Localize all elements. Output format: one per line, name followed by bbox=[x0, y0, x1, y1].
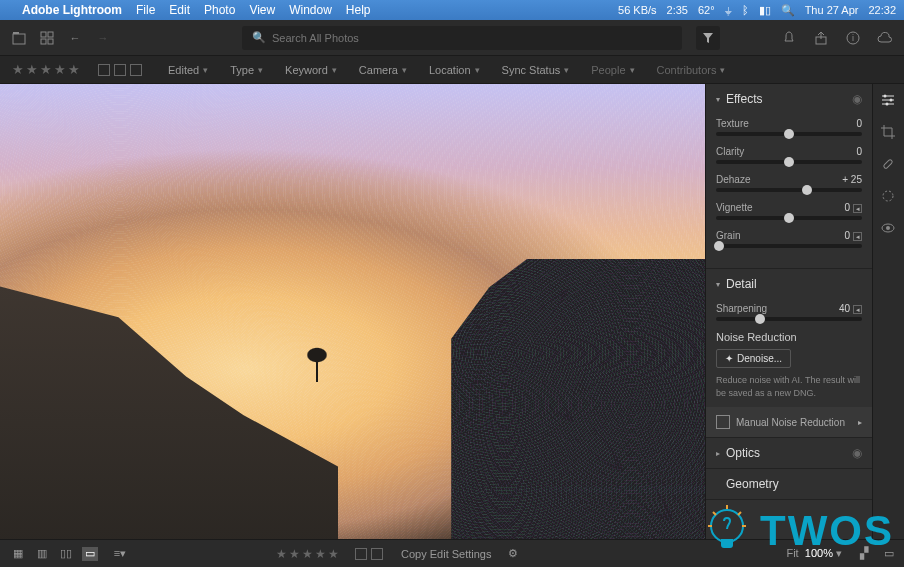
flag-reject-icon[interactable] bbox=[130, 64, 142, 76]
section-header-effects[interactable]: ▾ Effects ◉ bbox=[706, 84, 872, 114]
noise-icon bbox=[716, 415, 730, 429]
view-detail-icon[interactable]: ▯▯ bbox=[58, 547, 74, 561]
slider-track[interactable] bbox=[716, 317, 862, 321]
flag-pick-icon[interactable] bbox=[355, 548, 367, 560]
back-icon[interactable]: ← bbox=[66, 29, 84, 47]
app-name[interactable]: Adobe Lightroom bbox=[22, 3, 122, 17]
slider-value: 0 bbox=[844, 230, 850, 241]
menu-window[interactable]: Window bbox=[289, 3, 332, 17]
filter-contributors[interactable]: Contributors▾ bbox=[649, 64, 734, 76]
slider-thumb[interactable] bbox=[784, 129, 794, 139]
slider-label: Sharpening bbox=[716, 303, 767, 314]
star-icon[interactable]: ★ bbox=[26, 62, 38, 77]
menu-view[interactable]: View bbox=[249, 3, 275, 17]
status-date: Thu 27 Apr bbox=[805, 4, 859, 16]
section-header-optics[interactable]: ▸ Optics ◉ bbox=[706, 438, 872, 468]
copy-edit-settings-button[interactable]: Copy Edit Settings bbox=[401, 548, 492, 560]
info-icon[interactable]: i bbox=[844, 29, 862, 47]
manual-noise-reduction[interactable]: Manual Noise Reduction ▸ bbox=[706, 407, 872, 437]
spotlight-icon[interactable]: 🔍 bbox=[781, 4, 795, 17]
masking-tool-icon[interactable] bbox=[880, 188, 898, 206]
flag-filter[interactable] bbox=[98, 64, 142, 76]
gear-icon[interactable]: ⚙ bbox=[508, 547, 518, 560]
cloud-icon[interactable] bbox=[876, 29, 894, 47]
redeye-tool-icon[interactable] bbox=[880, 220, 898, 238]
crop-tool-icon[interactable] bbox=[880, 124, 898, 142]
star-icon[interactable]: ★ bbox=[12, 62, 24, 77]
reset-icon[interactable]: ◂ bbox=[853, 204, 862, 213]
photo-terrain bbox=[0, 286, 338, 544]
section-header-geometry[interactable]: ▸ Geometry bbox=[706, 469, 872, 499]
rating-filter[interactable]: ★★★★★ bbox=[12, 62, 80, 77]
search-input[interactable] bbox=[272, 32, 672, 44]
share-icon[interactable] bbox=[812, 29, 830, 47]
flag-pick-icon[interactable] bbox=[98, 64, 110, 76]
star-icon[interactable]: ★ bbox=[328, 547, 339, 561]
slider-track[interactable] bbox=[716, 188, 862, 192]
section-header-detail[interactable]: ▾ Detail bbox=[706, 269, 872, 299]
flag-buttons[interactable] bbox=[355, 548, 383, 560]
forward-icon[interactable]: → bbox=[94, 29, 112, 47]
filter-funnel-icon[interactable] bbox=[696, 26, 720, 50]
wifi-icon[interactable]: ⏚ bbox=[725, 4, 732, 16]
slider-thumb[interactable] bbox=[802, 185, 812, 195]
slider-track[interactable] bbox=[716, 132, 862, 136]
view-grid-icon[interactable]: ▦ bbox=[10, 547, 26, 561]
filter-sync[interactable]: Sync Status▾ bbox=[494, 64, 578, 76]
slider-track[interactable] bbox=[716, 160, 862, 164]
triangle-right-icon: ▸ bbox=[858, 418, 862, 427]
filter-type[interactable]: Type▾ bbox=[222, 64, 271, 76]
slider-value: + 25 bbox=[842, 174, 862, 185]
filter-people[interactable]: People▾ bbox=[583, 64, 642, 76]
filter-camera[interactable]: Camera▾ bbox=[351, 64, 415, 76]
slider-thumb[interactable] bbox=[784, 157, 794, 167]
bluetooth-icon[interactable]: ᛒ bbox=[742, 4, 749, 16]
filter-edited[interactable]: Edited▾ bbox=[160, 64, 216, 76]
filter-keyword[interactable]: Keyword▾ bbox=[277, 64, 345, 76]
bell-icon[interactable] bbox=[780, 29, 798, 47]
star-icon[interactable]: ★ bbox=[302, 547, 313, 561]
star-icon[interactable]: ★ bbox=[40, 62, 52, 77]
menu-edit[interactable]: Edit bbox=[169, 3, 190, 17]
reset-icon[interactable]: ◂ bbox=[853, 305, 862, 314]
eye-icon[interactable]: ◉ bbox=[852, 92, 862, 106]
slider-track[interactable] bbox=[716, 216, 862, 220]
triangle-down-icon: ▾ bbox=[716, 280, 720, 289]
reset-icon[interactable]: ◂ bbox=[853, 232, 862, 241]
slider-thumb[interactable] bbox=[784, 213, 794, 223]
watermark: TWOS bbox=[702, 501, 894, 561]
star-icon[interactable]: ★ bbox=[54, 62, 66, 77]
menu-file[interactable]: File bbox=[136, 3, 155, 17]
home-icon[interactable] bbox=[10, 29, 28, 47]
star-icon[interactable]: ★ bbox=[289, 547, 300, 561]
slider-track[interactable] bbox=[716, 244, 862, 248]
menu-photo[interactable]: Photo bbox=[204, 3, 235, 17]
view-compare-icon[interactable]: ▥ bbox=[34, 547, 50, 561]
section-title: Optics bbox=[726, 446, 846, 460]
status-time: 2:35 bbox=[667, 4, 688, 16]
edit-sliders-tool-icon[interactable] bbox=[880, 92, 898, 110]
rating-stars[interactable]: ★★★★★ bbox=[276, 547, 339, 561]
svg-point-10 bbox=[889, 99, 892, 102]
star-icon[interactable]: ★ bbox=[315, 547, 326, 561]
flag-reject-icon[interactable] bbox=[371, 548, 383, 560]
view-single-icon[interactable]: ▭ bbox=[82, 547, 98, 561]
star-icon[interactable]: ★ bbox=[68, 62, 80, 77]
slider-thumb[interactable] bbox=[755, 314, 765, 324]
svg-rect-0 bbox=[13, 34, 25, 44]
photo-viewer[interactable] bbox=[0, 84, 705, 544]
menu-help[interactable]: Help bbox=[346, 3, 371, 17]
slider-thumb[interactable] bbox=[714, 241, 724, 251]
grid-icon[interactable] bbox=[38, 29, 56, 47]
sort-icon[interactable]: ≡▾ bbox=[112, 547, 128, 561]
chevron-down-icon: ▾ bbox=[258, 65, 263, 75]
healing-tool-icon[interactable] bbox=[880, 156, 898, 174]
battery-icon[interactable]: ▮▯ bbox=[759, 4, 771, 17]
filter-location[interactable]: Location▾ bbox=[421, 64, 488, 76]
search-bar[interactable]: 🔍 bbox=[242, 26, 682, 50]
eye-icon[interactable]: ◉ bbox=[852, 446, 862, 460]
flag-unflagged-icon[interactable] bbox=[114, 64, 126, 76]
filter-label: Type bbox=[230, 64, 254, 76]
denoise-button[interactable]: ✦Denoise... bbox=[716, 349, 791, 368]
star-icon[interactable]: ★ bbox=[276, 547, 287, 561]
